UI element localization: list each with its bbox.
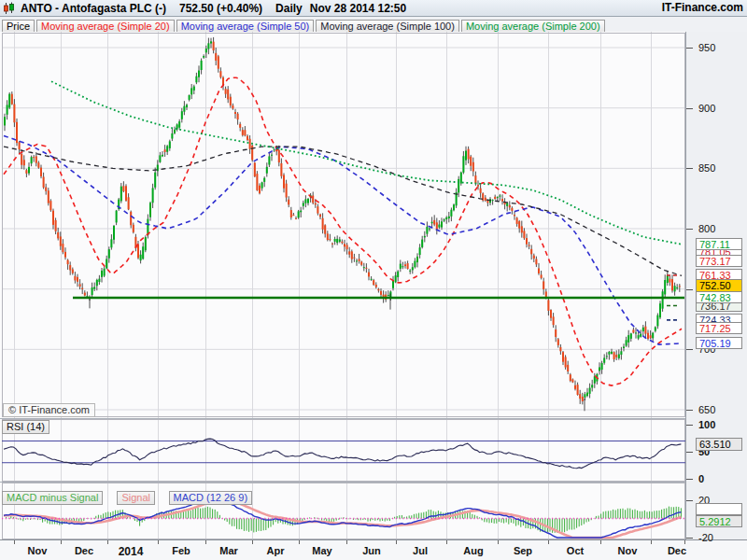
quote-datetime: Nov 28 2014 12:50: [310, 2, 406, 15]
price-axis-label: 800: [698, 223, 715, 234]
price-axis-label: 900: [698, 103, 715, 114]
price-axis-label: 850: [698, 162, 715, 174]
month-tick: [396, 540, 397, 544]
rsi-chart-canvas[interactable]: [0, 419, 685, 482]
x-axis-month-label: Jun: [362, 545, 381, 556]
month-tick: [14, 540, 15, 544]
last-price: 752.50: [179, 2, 214, 15]
x-axis-month-label: Nov: [618, 545, 638, 556]
macd-axis-label: -20: [698, 532, 713, 543]
month-tick: [205, 540, 206, 544]
x-axis-month-label: Aug: [463, 545, 483, 556]
x-axis-month-label: Nov: [28, 545, 48, 556]
rsi-axis-label: 100: [698, 419, 715, 430]
x-axis-month-label: Jul: [413, 545, 428, 556]
price-axis-tag: 742.83: [696, 291, 742, 303]
price-axis-label: 950: [698, 42, 715, 53]
x-axis-month-label: Mar: [219, 545, 238, 556]
month-tick: [346, 540, 347, 544]
rsi-panel-tab[interactable]: RSI (14): [2, 420, 49, 434]
macd-histogram-value-tag: 5.2912: [696, 515, 742, 527]
price-axis-tag: 717.25: [696, 322, 742, 334]
copyright-watermark: © IT-Finance.com: [3, 403, 95, 417]
x-axis-month-label: Dec: [75, 545, 93, 556]
time-axis[interactable]: NovDec2014FebMarAprMayJunJulAugSepOctNov…: [0, 539, 747, 560]
timeframe-label[interactable]: Daily: [275, 2, 303, 15]
month-tick: [548, 540, 549, 544]
last-price-tag: 752.50: [696, 279, 742, 292]
macd-tab-signal[interactable]: Signal: [117, 491, 155, 505]
x-axis-month-label: Apr: [267, 545, 285, 556]
price-change-pct: (+0.40%): [217, 2, 262, 15]
candlestick-icon: [3, 2, 15, 15]
x-axis-month-label: Sep: [514, 545, 532, 556]
title-bar: ANTO - Antofagasta PLC (-) 752.50 (+0.40…: [0, 0, 747, 17]
x-axis-month-label: May: [312, 545, 331, 556]
month-tick: [252, 540, 253, 544]
indicator-tab-bar: PriceMoving average (Simple 20)Moving av…: [0, 17, 747, 33]
month-tick: [299, 540, 300, 544]
month-tick: [600, 540, 601, 544]
month-tick: [158, 540, 159, 544]
month-tick: [498, 540, 499, 544]
brand-link[interactable]: IT-Finance.com: [662, 1, 743, 14]
macd-tab-macd-12-26-9-[interactable]: MACD (12 26 9): [169, 491, 252, 505]
x-axis-month-label: Dec: [668, 545, 686, 556]
month-tick: [684, 540, 685, 544]
month-tick: [446, 540, 447, 544]
last-price-and-change: 752.50 (+0.40%): [179, 2, 262, 15]
macd-tab-macd-minus-signal[interactable]: MACD minus Signal: [2, 491, 103, 505]
x-axis-month-label: Feb: [172, 545, 190, 556]
price-axis-tag: 787.11: [696, 238, 742, 250]
macd-signal-value-tag: [696, 503, 742, 515]
rsi-value-tag: 63.510: [696, 438, 742, 451]
x-axis-month-label: Oct: [567, 545, 584, 556]
price-axis-tag: 773.17: [696, 255, 742, 267]
month-tick: [61, 540, 62, 544]
month-tick: [107, 540, 108, 544]
chart-application-window: ANTO - Antofagasta PLC (-) 752.50 (+0.40…: [0, 0, 747, 560]
instrument-title: ANTO - Antofagasta PLC (-): [21, 2, 166, 15]
x-axis-month-label: 2014: [119, 545, 144, 558]
price-axis-label: 650: [698, 404, 715, 415]
rsi-axis-label: 0: [698, 473, 704, 484]
month-tick: [651, 540, 652, 544]
price-chart-canvas[interactable]: [0, 32, 685, 418]
price-axis-tag: 705.19: [696, 337, 742, 349]
